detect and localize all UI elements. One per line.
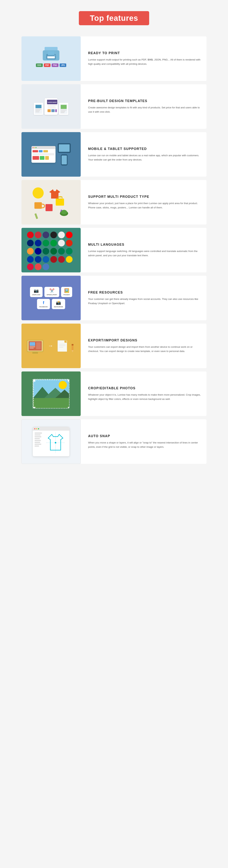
svg-rect-81 — [33, 379, 35, 382]
doc-stack — [58, 340, 67, 351]
feature-title-resources: FREE RESOURCES — [88, 290, 201, 294]
feature-row-languages: MULTI LANGUAGES Lumise support language … — [22, 228, 206, 272]
svg-rect-7 — [36, 109, 41, 110]
dot-yellow — [34, 147, 35, 148]
feature-image-print: SVG PDF PNG JPG — [22, 36, 81, 81]
feature-row-mobile: MOBILE & TABLET SUPPORTED Lumise can run… — [22, 132, 206, 177]
svg-rect-63 — [30, 348, 34, 348]
monitor-stand — [32, 352, 38, 354]
svg-point-44 — [66, 240, 73, 246]
feature-title-products: SUPPORT MULTI PRODUCT TYPE — [88, 195, 201, 199]
feature-row-crop: CROP/EDITABLE PHOTOS Whatever your objec… — [22, 371, 206, 416]
svg-rect-22 — [61, 111, 65, 112]
feature-image-crop — [22, 371, 81, 416]
feature-desc-print: Lumise support multi-output for printing… — [88, 58, 201, 66]
feature-row-products: SUPPORT MULTI PRODUCT TYPE Whatever your… — [22, 180, 206, 224]
feature-title-languages: MULTI LANGUAGES — [88, 243, 201, 247]
svg-rect-64 — [36, 342, 41, 349]
feature-image-languages — [22, 228, 81, 272]
browser-window — [32, 146, 55, 163]
snap-main — [43, 433, 68, 453]
svg-rect-82 — [68, 379, 70, 382]
svg-point-32 — [61, 210, 67, 214]
svg-rect-15 — [47, 107, 56, 108]
printer-top — [45, 47, 58, 50]
svg-rect-6 — [36, 105, 41, 108]
svg-point-40 — [35, 240, 41, 246]
svg-point-35 — [43, 231, 49, 238]
svg-rect-79 — [33, 398, 70, 409]
svg-rect-8 — [36, 110, 40, 111]
template-card-1 — [34, 103, 43, 115]
svg-point-51 — [27, 256, 34, 263]
svg-rect-25 — [56, 198, 64, 206]
snap-dot-green — [38, 428, 39, 429]
feature-row-resources: 📷 UNSPLASH ✂️ OPENCLIPART 🖼️ — [22, 276, 206, 320]
resource-unsplash: 📷 UNSPLASH — [30, 287, 43, 297]
tshirt-snap-svg — [46, 433, 65, 453]
snap-sidebar-item — [35, 438, 40, 439]
snap-sidebar-item — [35, 434, 41, 435]
flags-svg — [25, 230, 77, 271]
feature-title-autosnap: AUTO SNAP — [88, 434, 201, 438]
svg-point-34 — [35, 231, 41, 238]
mobile-illustration — [22, 132, 81, 177]
phone-device — [61, 154, 68, 165]
svg-rect-13 — [47, 105, 57, 106]
svg-point-58 — [35, 264, 41, 270]
feature-desc-resources: Your customer can get there already imag… — [88, 297, 201, 305]
svg-rect-29 — [34, 213, 38, 219]
export-scene: → — [23, 336, 79, 356]
snap-sidebar-item — [35, 433, 42, 434]
feature-title-export: EXPORT/IMPORT DESIGNS — [88, 338, 201, 342]
svg-marker-66 — [58, 340, 67, 352]
svg-rect-84 — [68, 407, 70, 409]
feature-row-templates: SUPER MARIO — [22, 84, 206, 129]
snap-sidebar-item — [35, 440, 41, 441]
badge-jpg: JPG — [60, 63, 66, 67]
feature-image-resources: 📷 UNSPLASH ✂️ OPENCLIPART 🖼️ — [22, 276, 81, 320]
feature-content-autosnap: AUTO SNAP When you move a shape or layer… — [81, 419, 206, 464]
svg-point-38 — [66, 231, 73, 238]
svg-point-59 — [43, 264, 49, 270]
svg-point-50 — [66, 248, 73, 255]
svg-rect-83 — [33, 407, 35, 409]
svg-point-43 — [58, 240, 65, 246]
svg-rect-20 — [61, 105, 67, 109]
svg-text:SUPER MARIO: SUPER MARIO — [48, 102, 57, 103]
feature-image-mobile — [22, 132, 81, 177]
feature-content-resources: FREE RESOURCES Your customer can get the… — [81, 276, 206, 320]
template-scene: SUPER MARIO — [30, 94, 72, 119]
feature-desc-mobile: Lumise can run on mobile and tablet devi… — [88, 153, 201, 162]
resources-illustration: 📷 UNSPLASH ✂️ OPENCLIPART 🖼️ — [22, 276, 81, 320]
templates-illustration: SUPER MARIO — [22, 84, 81, 129]
svg-point-49 — [58, 248, 65, 255]
svg-point-48 — [50, 248, 57, 255]
snap-sidebar-item — [35, 445, 39, 446]
resource-facebook: f FACEBOOK — [37, 299, 50, 309]
doc-page-1 — [58, 340, 67, 351]
feature-row-export: → — [22, 323, 206, 368]
tablet-device — [58, 143, 71, 153]
svg-rect-73 — [72, 344, 73, 345]
svg-rect-1 — [48, 52, 54, 55]
feature-row-autosnap: AUTO SNAP When you move a shape or layer… — [22, 419, 206, 464]
template-card-main: SUPER MARIO — [45, 98, 58, 115]
header-title: Top features — [79, 11, 149, 25]
feature-row-print: SVG PDF PNG JPG READY TO PRINT Lumise su… — [22, 36, 206, 81]
feature-desc-templates: Create awesome design templates to fit w… — [88, 105, 201, 114]
feature-title-print: READY TO PRINT — [88, 51, 201, 55]
badge-png: PNG — [52, 63, 59, 67]
tablet-screen — [59, 144, 70, 152]
pencil-icon — [70, 343, 75, 352]
resource-pixabay: 🖼️ PIXABAY — [61, 287, 72, 297]
phone-screen — [62, 155, 67, 164]
snap-sidebar — [35, 433, 42, 453]
feature-desc-autosnap: When you move a shape or layers, it will… — [88, 441, 201, 449]
feature-title-crop: CROP/EDITABLE PHOTOS — [88, 386, 201, 390]
feature-content-products: SUPPORT MULTI PRODUCT TYPE Whatever your… — [81, 180, 206, 224]
svg-point-55 — [58, 256, 65, 263]
feature-desc-crop: Whatever your object it is, Lumise has m… — [88, 393, 201, 401]
svg-rect-61 — [30, 342, 35, 346]
dot-red — [33, 147, 34, 148]
